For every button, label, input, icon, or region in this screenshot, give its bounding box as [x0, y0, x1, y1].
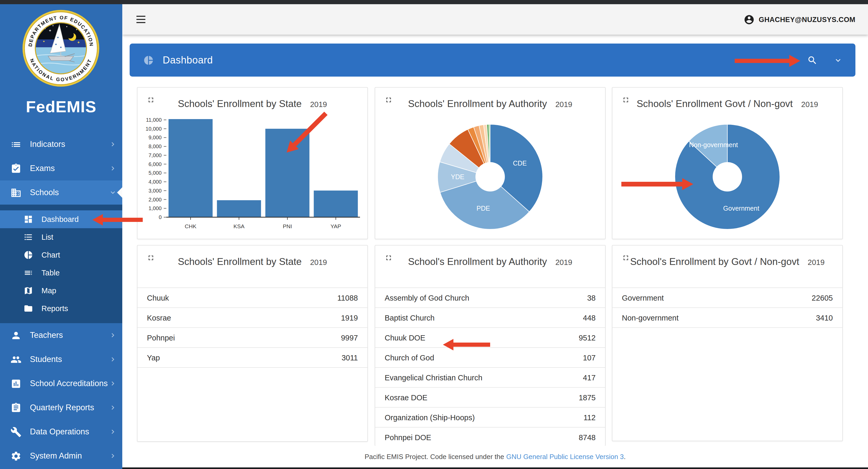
sidebar-item-label: Schools [30, 188, 108, 197]
collapse-chevron-icon[interactable] [833, 55, 843, 65]
row-value: 11088 [337, 293, 358, 302]
sidebar-item-quarterly-reports[interactable]: Quarterly Reports [0, 396, 122, 420]
fullscreen-icon[interactable] [622, 254, 630, 262]
sidebar-item-label: System Admin [30, 451, 108, 461]
list-icon [10, 139, 22, 150]
bar-YAP[interactable] [314, 190, 358, 217]
person-icon [10, 330, 22, 341]
row-value: 8748 [579, 433, 596, 441]
bar-chart[interactable]: 01,0002,0003,0004,0005,0006,0007,0008,00… [137, 116, 367, 239]
bar-PNI[interactable] [265, 129, 309, 217]
table-row: Chuuk DOE9512 [375, 328, 605, 348]
table-year: 2019 [310, 258, 327, 267]
sidebar-item-students[interactable]: Students [0, 347, 122, 371]
assessment-icon [10, 378, 22, 389]
dashboard-icon [24, 215, 33, 224]
submenu-item-list[interactable]: List [0, 228, 122, 246]
sidebar-item-label: Students [30, 355, 108, 364]
sidebar-item-exams[interactable]: Exams [0, 156, 122, 181]
settings-icon [10, 450, 22, 461]
sidebar-item-system-admin[interactable]: System Admin [0, 444, 122, 468]
row-value: 38 [587, 293, 596, 302]
fullscreen-icon[interactable] [385, 254, 393, 262]
row-label: Kosrae DOE [385, 393, 579, 402]
license-link[interactable]: GNU General Public License Version 3 [506, 453, 624, 461]
row-value: 9512 [579, 334, 596, 342]
sidebar-nav: IndicatorsExamsSchoolsDashboardListChart… [0, 132, 122, 468]
svg-text:11,000: 11,000 [146, 117, 162, 123]
window-bottom-edge [122, 467, 868, 469]
table-title: School's Enrollment by Govt / Non-govt [630, 256, 799, 267]
svg-text:3,000: 3,000 [149, 188, 162, 194]
chevron-right-icon [108, 403, 117, 412]
user-menu[interactable]: GHACHEY@NUZUSYS.COM [744, 14, 856, 25]
row-label: Evangelical Christian Church [385, 373, 583, 382]
app-root: DEPARTMENT OF EDUCATION NATIONAL GOVERNM… [0, 0, 868, 469]
svg-text:CHK: CHK [185, 223, 196, 229]
submenu-item-dashboard[interactable]: Dashboard [0, 210, 122, 228]
card-schools-enrollment-govt-nongovt-chart: GovernmentNon-government Schools' Enroll… [612, 87, 843, 239]
chart-title: Schools' Enrollment by Authority [408, 98, 547, 109]
card-schools-enrollment-by-state-table: Schools' Enrollment by State2019 Chuuk11… [137, 245, 368, 442]
sidebar: DEPARTMENT OF EDUCATION NATIONAL GOVERNM… [0, 4, 122, 469]
fullscreen-icon[interactable] [147, 254, 155, 262]
table-row: Pohnpei DOE8748 [375, 428, 605, 446]
chevron-right-icon [108, 164, 117, 173]
active-section-notch [117, 187, 122, 198]
chevron-right-icon [108, 331, 117, 339]
row-value: 9997 [341, 334, 358, 342]
table-year: 2019 [555, 258, 572, 267]
map-icon [24, 286, 33, 295]
menu-toggle-button[interactable] [136, 16, 145, 23]
chevron-down-icon [108, 188, 117, 197]
table-row: Evangelical Christian Church417 [375, 368, 605, 388]
chevron-right-icon [108, 379, 117, 388]
top-toolbar: GHACHEY@NUZUSYS.COM [122, 4, 868, 35]
chart-year: 2019 [801, 100, 818, 108]
svg-text:1,000: 1,000 [149, 206, 162, 211]
state-enrollment-table: Chuuk11088Kosrae1919Pohnpei9997Yap3011 [137, 288, 367, 368]
svg-text:YAP: YAP [331, 223, 341, 229]
donut-hole [475, 162, 505, 191]
svg-text:2,000: 2,000 [149, 197, 162, 202]
row-value: 448 [583, 313, 596, 322]
submenu-item-reports[interactable]: Reports [0, 300, 122, 317]
table-year: 2019 [808, 258, 825, 267]
submenu-item-chart[interactable]: Chart [0, 246, 122, 264]
sidebar-item-label: Exams [30, 164, 108, 173]
chevron-right-icon [108, 452, 117, 460]
table-row: Church of God107 [375, 348, 605, 368]
table-title: School's Enrollment by Authority [408, 256, 547, 267]
sidebar-item-data-operations[interactable]: Data Operations [0, 420, 122, 444]
svg-text:0: 0 [159, 214, 162, 220]
fullscreen-icon[interactable] [147, 96, 155, 104]
bar-CHK[interactable] [168, 119, 213, 217]
card-schools-enrollment-by-authority-chart: CDEPDEYDE Schools' Enrollment by Authori… [375, 87, 606, 239]
submenu-item-table[interactable]: Table [0, 264, 122, 282]
department-of-education-seal: DEPARTMENT OF EDUCATION NATIONAL GOVERNM… [22, 9, 100, 88]
window-top-strip [0, 0, 868, 4]
row-label: Chuuk [147, 293, 337, 302]
sidebar-item-schools[interactable]: Schools [0, 181, 122, 205]
slice-label-non-government: Non-government [689, 141, 738, 149]
card-schools-enrollment-by-govt-nongovt-table: School's Enrollment by Govt / Non-govt20… [612, 245, 843, 441]
domain-icon [10, 187, 22, 198]
build-icon [10, 426, 22, 437]
bar-KSA[interactable] [217, 200, 261, 217]
sidebar-item-teachers[interactable]: Teachers [0, 323, 122, 347]
svg-text:9,000: 9,000 [149, 134, 162, 140]
table-row: Baptist Church448 [375, 308, 605, 328]
table-title: Schools' Enrollment by State [178, 256, 302, 267]
sidebar-item-indicators[interactable]: Indicators [0, 132, 122, 156]
row-label: Yap [147, 353, 342, 362]
account-icon [744, 14, 755, 25]
sidebar-item-school-accreditations[interactable]: School Accreditations [0, 371, 122, 396]
svg-text:4,000: 4,000 [149, 179, 162, 185]
fullscreen-icon[interactable] [385, 96, 393, 104]
row-value: 112 [584, 413, 596, 421]
search-icon[interactable] [807, 55, 817, 65]
sidebar-item-label: Indicators [30, 139, 108, 149]
footer-suffix: . [624, 453, 625, 461]
fullscreen-icon[interactable] [622, 96, 630, 104]
submenu-item-map[interactable]: Map [0, 282, 122, 300]
